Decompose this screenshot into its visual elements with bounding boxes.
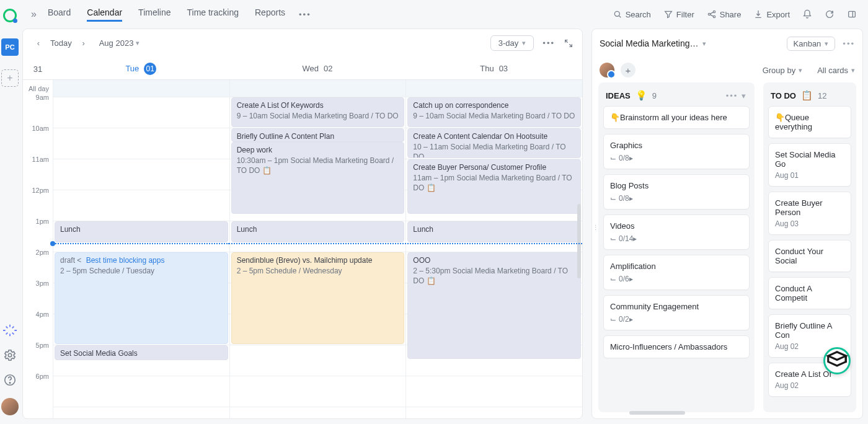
kanban-card[interactable]: Set Social Media GoAug 01 [768, 143, 851, 187]
event-title: Set Social Media Goals [60, 348, 223, 358]
hour-label: 5pm [36, 342, 49, 349]
calendar-column[interactable]: Create A List Of Keywords9 – 10am Social… [229, 80, 406, 418]
kanban-card[interactable]: Conduct Your Social [768, 240, 851, 272]
assignee-avatar[interactable] [600, 63, 614, 77]
column-name: IDEAS [606, 91, 631, 100]
calendar-month-label: Aug 2023 [99, 38, 134, 48]
calendar-scrollbar[interactable] [577, 204, 581, 278]
tab-reports[interactable]: Reports [255, 7, 285, 22]
refresh-button[interactable] [825, 9, 835, 19]
calendar-event[interactable]: Lunch [407, 221, 581, 242]
chevron-down-icon: ▾ [825, 40, 828, 48]
kanban-card[interactable]: Blog Posts⌙ 0/8▸ [603, 174, 750, 210]
calendar-event[interactable]: Sendinblue (Brevo) vs. Mailchimp update2… [231, 252, 405, 344]
calendar-column[interactable]: Catch up on correspondence9 – 10am Socia… [405, 80, 582, 418]
export-label: Export [766, 10, 790, 19]
calendar-next-button[interactable]: › [77, 37, 91, 50]
groupby-picker[interactable]: Group by ▾ [763, 66, 802, 75]
collapse-icon[interactable]: » [31, 9, 37, 20]
calendar-day-col-3[interactable]: Thu 03 [405, 58, 582, 79]
chevron-down-icon: ▾ [799, 66, 802, 74]
calendar-event[interactable]: Create A List Of Keywords9 – 10am Social… [231, 97, 405, 127]
calendar-event[interactable]: Create A Content Calendar On Hootsuite10… [407, 128, 581, 158]
kanban-card[interactable]: Graphics⌙ 0/8▸ [603, 134, 750, 169]
kanban-card[interactable]: 👇Queue everything [768, 106, 851, 138]
svg-rect-7 [849, 11, 856, 17]
board-scrollbar[interactable] [629, 411, 685, 415]
tab-time-tracking[interactable]: Time tracking [187, 7, 239, 22]
calendar-expand-icon[interactable] [564, 38, 574, 48]
board-view-picker[interactable]: Kanban ▾ [787, 37, 836, 51]
user-avatar[interactable] [1, 398, 19, 415]
calendar-month-picker[interactable]: Aug 2023 ▾ [99, 38, 140, 48]
column-controls[interactable]: ••• ▾ [726, 91, 747, 100]
calendar-event[interactable]: Set Social Media Goals [55, 345, 228, 360]
calendar-view-picker[interactable]: 3-day ▾ [490, 35, 534, 51]
kanban-card[interactable]: Amplification⌙ 0/6▸ [603, 255, 750, 290]
calendar-dow: Tue [125, 64, 139, 73]
board-title-picker[interactable]: Social Media Marketing B… ▾ [600, 38, 706, 48]
calendar-event[interactable]: draft < Best time blocking apps2 – 5pm S… [55, 252, 228, 344]
kanban-card[interactable]: Micro-Influencers / Ambassadors [603, 335, 750, 358]
column-header[interactable]: TO DO📋12 [763, 82, 856, 106]
kanban-card[interactable]: 👇Brainstorm all your ideas here [603, 106, 750, 129]
tab-board[interactable]: Board [48, 7, 71, 22]
notifications-button[interactable] [802, 9, 812, 19]
calendar-event[interactable]: Catch up on correspondence9 – 10am Socia… [407, 97, 581, 127]
calendar-prev-button[interactable]: ‹ [32, 37, 45, 50]
calendar-event[interactable]: Lunch [231, 221, 405, 242]
calendar-body: All day 9am 10am 11am 12pm 1pm 2pm 3pm 4… [23, 80, 582, 418]
filter-icon [663, 9, 673, 19]
app-logo[interactable] [3, 9, 17, 22]
card-date: Aug 03 [775, 219, 844, 228]
allcards-picker[interactable]: All cards ▾ [817, 66, 855, 75]
calendar-column[interactable]: Lunchdraft < Best time blocking apps2 – … [53, 80, 229, 418]
board-columns: IDEAS💡9••• ▾👇Brainstorm all your ideas h… [592, 82, 862, 418]
column-header[interactable]: IDEAS💡9••• ▾ [598, 82, 755, 106]
card-title: Conduct Your Social [775, 247, 844, 265]
event-meta: 10:30am – 1pm Social Media Marketing Boa… [237, 156, 399, 175]
share-label: Share [720, 10, 742, 19]
calendar-event[interactable]: OOO2 – 5:30pm Social Media Marketing Boa… [407, 252, 581, 359]
filter-button[interactable]: Filter [663, 9, 694, 19]
card-subtask-count: ⌙ 0/14▸ [610, 234, 743, 243]
search-icon [613, 9, 622, 19]
gear-icon[interactable] [3, 348, 17, 362]
calendar-day-col-1[interactable]: Tue 01 [53, 58, 229, 79]
event-title: Create A Content Calendar On Hootsuite [413, 131, 575, 141]
tab-calendar[interactable]: Calendar [87, 7, 122, 22]
calendar-event[interactable]: Lunch [55, 221, 228, 242]
workspace-badge[interactable]: PC [1, 38, 19, 56]
calendar-event[interactable]: Briefly Outline A Content Plan [231, 128, 405, 142]
board-more-icon[interactable]: ••• [843, 39, 855, 48]
calendar-event[interactable]: Deep work10:30am – 1pm Social Media Mark… [231, 142, 405, 214]
event-title: Create Buyer Persona/ Customer Profile [413, 162, 575, 172]
kanban-card[interactable]: Conduct A Competit [768, 277, 851, 309]
hour-label: 9am [36, 94, 49, 101]
calendar-day-col-2[interactable]: Wed 02 [229, 58, 406, 79]
calendar-today-button[interactable]: Today [50, 38, 72, 48]
calendar-event[interactable]: Create Buyer Persona/ Customer Profile11… [407, 159, 581, 214]
hour-label: 10am [32, 125, 49, 132]
subtask-icon: ⌙ [610, 315, 616, 324]
add-workspace-button[interactable]: + [1, 69, 19, 87]
kanban-card[interactable]: Community Engagement⌙ 0/2▸ [603, 295, 750, 330]
tab-timeline[interactable]: Timeline [138, 7, 170, 22]
column-cards: 👇Brainstorm all your ideas hereGraphics⌙… [598, 106, 755, 363]
panel-toggle-button[interactable] [847, 9, 857, 19]
nav-more-icon[interactable]: ••• [299, 10, 311, 19]
kanban-card[interactable]: Create Buyer PersonAug 03 [768, 192, 851, 235]
help-icon[interactable] [3, 373, 17, 387]
add-assignee-button[interactable]: + [621, 63, 636, 77]
help-fab[interactable] [823, 347, 851, 374]
share-icon [707, 9, 717, 19]
calendar-grid[interactable]: Lunchdraft < Best time blocking apps2 – … [53, 80, 582, 418]
kanban-card[interactable]: Videos⌙ 0/14▸ [603, 214, 750, 250]
calendar-time-gutter: All day 9am 10am 11am 12pm 1pm 2pm 3pm 4… [23, 80, 53, 418]
export-button[interactable]: Export [753, 9, 790, 19]
sparkle-icon[interactable] [3, 324, 17, 337]
search-button[interactable]: Search [613, 9, 651, 19]
calendar-more-icon[interactable]: ••• [542, 38, 555, 48]
share-button[interactable]: Share [707, 9, 742, 19]
event-title: draft < Best time blocking apps [60, 255, 223, 265]
